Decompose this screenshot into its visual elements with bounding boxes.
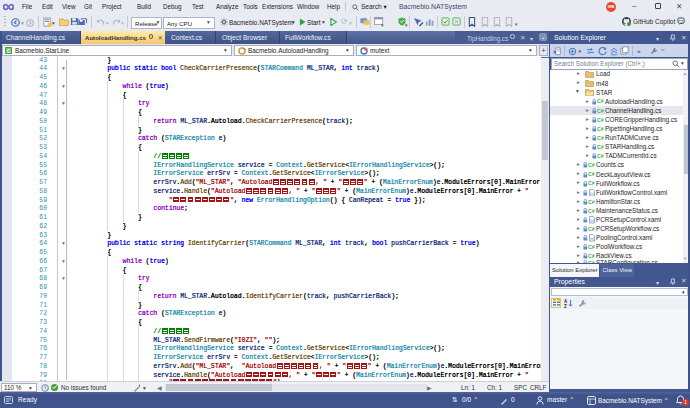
svg-text:Z: Z [564,304,567,308]
